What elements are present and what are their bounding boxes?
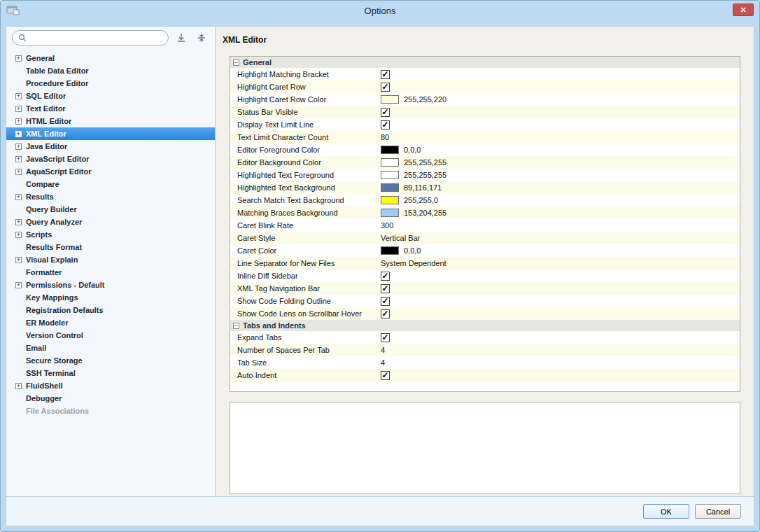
value-text[interactable]: 80 xyxy=(381,133,389,141)
sidebar-item-aquascript-editor[interactable]: +AquaScript Editor xyxy=(6,165,215,178)
prop-row-highlighted-text-background: Highlighted Text Background89,116,171 xyxy=(230,181,740,194)
prop-row-editor-foreground-color: Editor Foreground Color0,0,0 xyxy=(230,144,740,156)
sidebar-item-secure-storage[interactable]: Secure Storage xyxy=(6,354,215,367)
color-swatch[interactable] xyxy=(381,183,399,192)
sidebar-item-visual-explain[interactable]: +Visual Explain xyxy=(6,253,215,266)
collapse-icon[interactable]: − xyxy=(233,59,239,66)
checkbox[interactable]: ✓ xyxy=(381,333,390,342)
prop-value: ✓ xyxy=(381,272,740,281)
prop-row-matching-braces-background: Matching Braces Background153,204,255 xyxy=(230,206,740,219)
sidebar-item-java-editor[interactable]: +Java Editor xyxy=(6,140,215,153)
sidebar-item-formatter[interactable]: Formatter xyxy=(6,266,215,279)
expand-icon[interactable]: + xyxy=(15,55,22,62)
sidebar-item-procedure-editor[interactable]: Procedure Editor xyxy=(6,77,215,90)
value-text[interactable]: 4 xyxy=(381,346,385,354)
ok-button[interactable]: OK xyxy=(643,504,689,519)
color-swatch[interactable] xyxy=(381,171,399,179)
prop-row-text-limit-character-count: Text Limit Character Count80 xyxy=(230,131,740,144)
checkbox[interactable]: ✓ xyxy=(381,297,390,306)
sidebar-item-query-builder[interactable]: Query Builder xyxy=(6,203,215,216)
sidebar-item-general[interactable]: +General xyxy=(6,52,215,64)
expand-icon[interactable]: + xyxy=(15,257,22,263)
expand-icon[interactable]: + xyxy=(15,232,22,238)
sidebar-item-results[interactable]: +Results xyxy=(6,190,215,203)
checkbox[interactable]: ✓ xyxy=(381,371,390,380)
sidebar-item-table-data-editor[interactable]: Table Data Editor xyxy=(6,64,215,77)
expand-icon[interactable]: + xyxy=(15,144,22,150)
checkbox[interactable]: ✓ xyxy=(381,120,390,130)
sidebar-item-label: Secure Storage xyxy=(26,356,83,365)
sidebar-item-scripts[interactable]: +Scripts xyxy=(6,228,215,241)
expand-icon[interactable]: + xyxy=(15,282,22,288)
expand-icon[interactable]: + xyxy=(15,219,22,225)
prop-label: Caret Style xyxy=(230,234,381,242)
value-text[interactable]: 4 xyxy=(381,358,385,367)
expand-icon[interactable]: + xyxy=(15,194,22,200)
prop-label: Caret Blink Rate xyxy=(230,221,381,230)
sidebar-item-compare[interactable]: Compare xyxy=(6,178,215,190)
sidebar-item-permissions-default[interactable]: +Permissions - Default xyxy=(6,279,215,291)
value-text[interactable]: 300 xyxy=(381,221,393,230)
sidebar-item-query-analyzer[interactable]: +Query Analyzer xyxy=(6,216,215,228)
prop-label: Highlighted Text Foreground xyxy=(230,171,381,179)
sidebar-item-sql-editor[interactable]: +SQL Editor xyxy=(6,90,215,102)
expand-icon[interactable]: + xyxy=(15,156,22,162)
prop-label: Editor Foreground Color xyxy=(230,146,381,154)
prop-label: Show Code Folding Outline xyxy=(230,297,381,305)
sidebar-item-key-mappings[interactable]: Key Mappings xyxy=(6,291,215,304)
sidebar-item-text-editor[interactable]: +Text Editor xyxy=(6,102,215,115)
value-text[interactable]: Vertical Bar xyxy=(381,234,420,242)
color-swatch[interactable] xyxy=(381,95,399,104)
sidebar-item-registration-defaults[interactable]: Registration Defaults xyxy=(6,304,215,316)
cancel-button[interactable]: Cancel xyxy=(695,504,741,519)
sidebar-item-javascript-editor[interactable]: +JavaScript Editor xyxy=(6,153,215,165)
sidebar-item-er-modeler[interactable]: ER Modeler xyxy=(6,316,215,329)
prop-row-search-match-text-background: Search Match Text Background255,255,0 xyxy=(230,194,740,206)
collapse-all-icon xyxy=(197,33,206,43)
color-swatch[interactable] xyxy=(381,146,399,154)
sidebar-item-fluidshell[interactable]: +FluidShell xyxy=(6,379,215,392)
dialog-body: +GeneralTable Data EditorProcedure Edito… xyxy=(6,26,754,497)
checkbox[interactable]: ✓ xyxy=(381,70,390,79)
checkbox[interactable]: ✓ xyxy=(381,83,390,92)
sidebar-item-results-format[interactable]: Results Format xyxy=(6,241,215,253)
sidebar-item-version-control[interactable]: Version Control xyxy=(6,329,215,342)
expand-icon[interactable]: + xyxy=(15,169,22,175)
sidebar-item-debugger[interactable]: Debugger xyxy=(6,392,215,405)
expand-icon[interactable]: + xyxy=(15,106,22,112)
expand-icon[interactable]: + xyxy=(15,131,22,137)
sidebar-item-html-editor[interactable]: +HTML Editor xyxy=(6,115,215,127)
close-button[interactable]: ✕ xyxy=(733,4,754,16)
checkbox[interactable]: ✓ xyxy=(381,272,390,281)
sidebar-item-email[interactable]: Email xyxy=(6,342,215,354)
section-header-general[interactable]: −General xyxy=(230,57,740,68)
prop-row-highlight-caret-row: Highlight Caret Row✓ xyxy=(230,80,740,93)
collapse-icon[interactable]: − xyxy=(233,323,239,329)
expand-icon[interactable]: + xyxy=(15,383,22,389)
search-input[interactable] xyxy=(30,34,162,42)
expand-icon[interactable]: + xyxy=(15,118,22,125)
section-title: Tabs and Indents xyxy=(243,321,306,330)
prop-label: Display Text Limit Line xyxy=(230,120,381,129)
collapse-all-button[interactable] xyxy=(194,30,209,46)
prop-label: Tab Size xyxy=(230,358,381,367)
sidebar-item-xml-editor[interactable]: +XML Editor xyxy=(6,127,215,140)
expand-icon[interactable]: + xyxy=(15,93,22,99)
prop-row-caret-blink-rate: Caret Blink Rate300 xyxy=(230,219,740,232)
value-text[interactable]: System Dependent xyxy=(381,259,446,267)
page-title: XML Editor xyxy=(221,35,754,45)
color-swatch[interactable] xyxy=(381,209,399,217)
color-swatch[interactable] xyxy=(381,196,399,204)
checkbox[interactable]: ✓ xyxy=(381,284,390,293)
expand-all-button[interactable] xyxy=(174,30,189,46)
prop-value: 255,255,220 xyxy=(381,95,740,104)
color-swatch[interactable] xyxy=(381,246,399,255)
settings-panel: XML Editor −GeneralHighlight Matching Br… xyxy=(216,26,754,497)
checkbox[interactable]: ✓ xyxy=(381,309,390,318)
checkbox[interactable]: ✓ xyxy=(381,108,390,117)
section-header-tabs-and-indents[interactable]: −Tabs and Indents xyxy=(230,320,740,331)
prop-row-highlight-caret-row-color: Highlight Caret Row Color255,255,220 xyxy=(230,93,740,106)
prop-row-auto-indent: Auto Indent✓ xyxy=(230,369,740,382)
color-swatch[interactable] xyxy=(381,158,399,167)
sidebar-item-ssh-terminal[interactable]: SSH Terminal xyxy=(6,367,215,379)
